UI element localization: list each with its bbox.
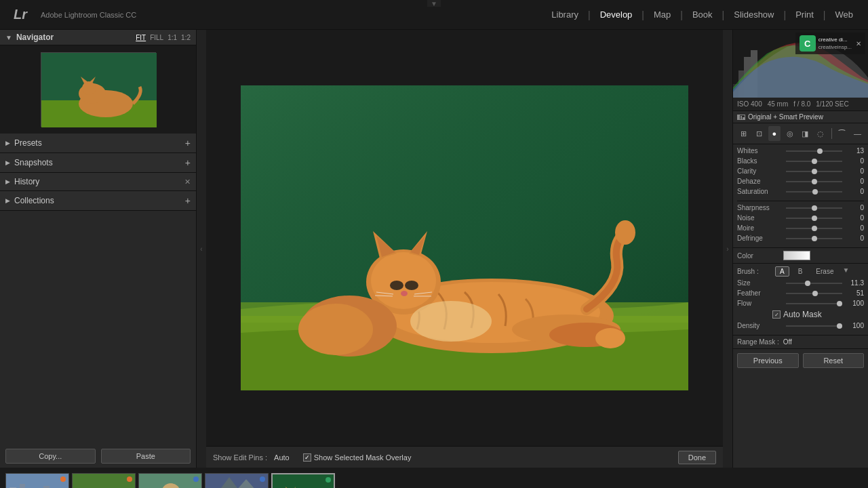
clarity-track[interactable] [786,171,842,172]
histogram-tool-icon[interactable]: ⊞ [737,126,750,141]
size-thumb[interactable] [805,281,810,286]
snapshots-header[interactable]: ▶ Snapshots + [0,153,196,172]
nav-develop[interactable]: Develop [592,7,641,22]
moire-thumb[interactable] [812,226,817,231]
previous-button[interactable]: Previous [737,353,799,368]
flow-track[interactable] [786,303,842,304]
watermark-close[interactable]: ✕ [856,40,861,47]
gradient-tool-icon[interactable]: ◨ [799,126,812,141]
saturation-track[interactable] [786,191,842,192]
right-panel-collapse[interactable]: › [723,30,732,468]
range-mask-value[interactable]: Off [783,338,792,346]
blacks-thumb[interactable] [812,159,817,164]
nav-print[interactable]: Print [787,7,822,22]
paste-button[interactable]: Paste [101,449,191,464]
feather-thumb[interactable] [812,291,818,296]
radial-tool-icon[interactable]: ◌ [814,126,827,141]
noise-label: Noise [737,214,783,222]
filmstrip-thumb-1[interactable] [5,473,69,488]
feather-label: Feather [737,289,783,297]
clarity-row: Clarity 0 [737,167,864,175]
right-panel: C creative di... creativeinsp... ✕ ISO 4… [732,30,868,468]
history-header[interactable]: ▶ History ✕ [0,173,196,190]
brush-tool-icon[interactable]: ⁀ [835,126,848,141]
noise-row: Noise 0 [737,214,864,222]
dehaze-thumb[interactable] [812,179,817,184]
flow-thumb[interactable] [837,301,842,306]
noise-thumb[interactable] [812,216,817,221]
presets-header[interactable]: ▶ Presets + [0,134,196,152]
edit-pins-value[interactable]: Auto [274,453,290,462]
auto-mask-checkbox[interactable]: ✓ [772,310,781,319]
density-track[interactable] [786,325,842,327]
noise-track[interactable] [786,218,842,219]
dehaze-label: Dehaze [737,178,783,185]
presets-add[interactable]: + [185,138,191,148]
nav-library[interactable]: Library [543,7,587,22]
snapshots-add[interactable]: + [185,157,191,168]
svg-rect-45 [20,484,25,488]
watermark-logo: C [800,35,816,52]
nav-book[interactable]: Book [684,7,721,22]
moire-track[interactable] [786,228,842,229]
navigator-collapse-arrow[interactable]: ▼ [5,34,12,41]
density-thumb[interactable] [837,323,842,329]
filmstrip-thumb-5[interactable] [271,473,335,488]
thumb-city-img [6,474,69,488]
defringe-thumb[interactable] [812,236,817,241]
crop-tool-icon[interactable]: ⊡ [753,126,766,141]
noise-value: 0 [845,214,864,222]
defringe-track[interactable] [786,238,842,239]
svg-point-29 [595,328,625,348]
filmstrip-thumb-3[interactable] [138,473,202,488]
blacks-track[interactable] [786,161,842,162]
more-tool-icon[interactable]: — [851,126,864,141]
whites-thumb[interactable] [817,148,823,154]
dehaze-track[interactable] [786,181,842,182]
clarity-thumb[interactable] [812,169,817,174]
navigator-thumbnail [41,52,156,127]
history-clear[interactable]: ✕ [184,178,191,186]
size-track[interactable] [786,283,842,284]
color-label: Color [737,252,783,260]
filmstrip-thumb-2[interactable] [72,473,136,488]
snapshots-label: Snapshots [14,158,185,167]
brush-expand-icon[interactable]: ▼ [842,266,849,277]
zoom-fit[interactable]: FIT [136,34,146,41]
collections-section: ▶ Collections + [0,191,196,211]
feather-track[interactable] [786,293,842,294]
zoom-1-2[interactable]: 1:2 [181,34,191,41]
wm-text-line1: creative di... [818,36,852,43]
nav-web[interactable]: Web [827,7,862,22]
zoom-1-1[interactable]: 1:1 [167,34,177,41]
zoom-fill[interactable]: FILL [150,34,163,41]
saturation-value: 0 [845,188,864,195]
lr-logo-text: Lr [14,7,27,22]
left-panel-collapse[interactable]: ‹ [197,30,206,468]
copy-button[interactable]: Copy... [5,449,96,464]
nav-slideshow[interactable]: Slideshow [726,7,782,22]
nav-map[interactable]: Map [646,7,679,22]
filmstrip-thumb-4[interactable] [205,473,269,488]
collections-header[interactable]: ▶ Collections + [0,191,196,210]
healing-tool-icon[interactable]: ● [768,126,781,141]
focal-value: 45 mm [768,100,789,108]
color-swatch[interactable] [783,251,810,260]
sharpness-track[interactable] [786,207,842,209]
brush-erase-button[interactable]: Erase [811,266,838,277]
mask-checkbox-icon: ✓ [303,453,311,462]
top-chevron-button[interactable]: ▼ [427,0,441,7]
brush-a-button[interactable]: A [775,266,789,277]
whites-track[interactable] [786,150,842,152]
brush-b-button[interactable]: B [793,266,808,277]
mask-overlay-checkbox[interactable]: ✓ Show Selected Mask Overlay [303,453,412,462]
zoom-options: FIT FILL 1:1 1:2 [136,34,191,41]
collections-add[interactable]: + [185,195,191,206]
reset-button[interactable]: Reset [803,353,865,368]
redeye-tool-icon[interactable]: ◎ [783,126,796,141]
done-button[interactable]: Done [678,451,716,464]
history-label: History [14,177,184,186]
wm-text-line2: creativeinsp... [818,43,852,51]
saturation-thumb[interactable] [812,189,818,195]
sharpness-thumb[interactable] [812,205,817,211]
